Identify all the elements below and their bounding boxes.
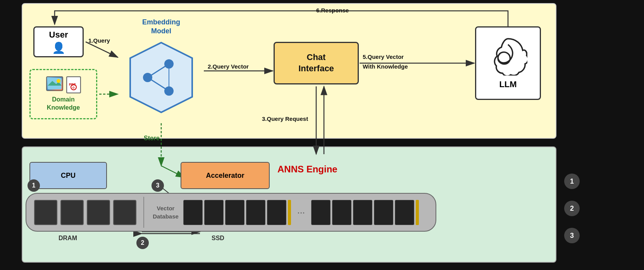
ssd-chip-9 (374, 200, 393, 225)
dram-chip-1 (34, 200, 57, 225)
ssd-group-2 (311, 200, 419, 225)
circle-num-1-dram: 1 (28, 179, 40, 192)
query-vector-2-label: 2.Query Vector (208, 63, 249, 70)
embedding-label: Embedding Model (142, 18, 180, 36)
right-circles: 1 2 3 (564, 174, 580, 243)
dram-chip-3 (87, 200, 110, 225)
chat-interface-box: Chat Interface (274, 42, 359, 84)
user-label: User (49, 30, 68, 40)
dram-container: Vector Database ··· (26, 193, 436, 232)
query-request-3-label: 3.Query Request (262, 115, 308, 122)
domain-icons: PDF —————— PDF ⚙ (46, 76, 81, 93)
svg-marker-24 (130, 43, 192, 112)
with-knowledge-label: With Knowledge (363, 63, 408, 70)
user-icon: 👤 (52, 41, 65, 54)
right-circle-2: 2 (564, 201, 580, 216)
llm-box: LLM (475, 26, 541, 100)
ssd-chip-10 (395, 200, 414, 225)
ssd-chip-4 (246, 200, 265, 225)
embedding-box: Embedding Model (119, 11, 204, 123)
pdf-icon: PDF —————— PDF ⚙ (66, 76, 81, 93)
ellipsis: ··· (297, 207, 305, 218)
ssd-chip-7 (332, 200, 351, 225)
svg-text:⚙: ⚙ (72, 86, 75, 89)
dram-chip-2 (60, 200, 84, 225)
ssd-chip-8 (353, 200, 372, 225)
ssd-chip-gold-2 (416, 200, 419, 225)
vector-db-label: Vector Database (151, 204, 180, 220)
diagram-container: User 👤 PDF —————— PDF (22, 3, 622, 267)
circle-num-3-dram: 3 (152, 179, 164, 192)
llm-logo (489, 37, 527, 76)
accelerator-box: Accelerator (181, 162, 270, 189)
dram-bottom-label: DRAM (59, 235, 77, 242)
response-6-label: 6.Response (316, 7, 349, 14)
domain-knowledge-label: DomainKnowledge (47, 96, 80, 112)
ssd-bottom-label: SSD (212, 235, 224, 242)
ssd-chip-3 (225, 200, 245, 225)
right-circle-1: 1 (564, 174, 580, 189)
circle-num-2-dram: 2 (136, 237, 149, 249)
embedding-hexagon-svg (126, 39, 196, 116)
ssd-chip-6 (311, 200, 331, 225)
query-vector-5-label: 5.Query Vector (363, 53, 404, 60)
dram-separator (143, 197, 144, 228)
llm-label: LLM (499, 79, 517, 89)
ssd-chip-gold-1 (288, 200, 291, 225)
domain-knowledge-box: PDF —————— PDF ⚙ DomainKnowledge (29, 69, 97, 119)
ssd-group-1 (183, 200, 291, 225)
ssd-chip-1 (183, 200, 203, 225)
ssd-chip-5 (267, 200, 286, 225)
cpu-box: CPU (29, 162, 107, 189)
image-icon (46, 76, 63, 91)
right-circle-3: 3 (564, 228, 580, 243)
svg-point-19 (57, 79, 60, 83)
query-1-label: 1.Query (88, 37, 110, 44)
user-box: User 👤 (33, 26, 84, 57)
store-label: Store (144, 135, 160, 142)
dram-chip-4 (113, 200, 136, 225)
ssd-chip-2 (204, 200, 224, 225)
anns-engine-label: ANNS Engine (277, 164, 337, 175)
chat-interface-label: Chat Interface (298, 52, 334, 74)
